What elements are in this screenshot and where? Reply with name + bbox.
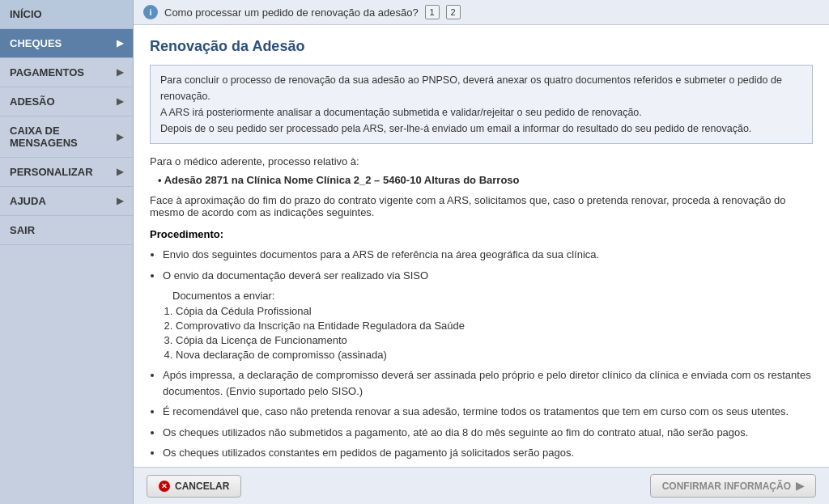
sidebar-arrow-cheques: ▶ bbox=[117, 38, 123, 49]
sidebar-item-label-inicio: INÍCIO bbox=[10, 8, 42, 20]
topbar: i Como processar um pedido de renovação … bbox=[134, 0, 829, 25]
sidebar-item-label-pagamentos: PAGAMENTOS bbox=[10, 66, 84, 78]
info-line-3: Depois de o seu pedido ser processado pe… bbox=[160, 121, 802, 137]
bullet-5: Os cheques utilizados não submetidos a p… bbox=[163, 425, 813, 441]
info-line-1: Para concluir o processo de renovação da… bbox=[160, 72, 802, 104]
cancel-button[interactable]: ✕ CANCELAR bbox=[147, 475, 241, 498]
cancel-label: CANCELAR bbox=[175, 481, 229, 492]
sidebar-item-label-personalizar: PERSONALIZAR bbox=[10, 166, 93, 178]
cancel-icon: ✕ bbox=[159, 481, 170, 492]
sidebar-item-label-ajuda: AJUDA bbox=[10, 195, 46, 207]
bullet-4: É recomendável que, caso não pretenda re… bbox=[163, 404, 813, 420]
page-2-btn[interactable]: 2 bbox=[446, 5, 461, 19]
sidebar-arrow-personalizar: ▶ bbox=[117, 167, 123, 177]
sidebar-item-label-sair: SAIR bbox=[10, 224, 35, 236]
main-list: Envio dos seguintes documentos para a AR… bbox=[163, 247, 813, 283]
topbar-question: Como processar um pedido de renovação da… bbox=[164, 6, 419, 19]
sidebar-item-cheques[interactable]: CHEQUES▶ bbox=[0, 29, 133, 58]
main-content: i Como processar um pedido de renovação … bbox=[134, 0, 829, 504]
extra-bullets: Após impressa, a declaração de compromis… bbox=[163, 367, 813, 461]
sidebar-item-sair[interactable]: SAIR bbox=[0, 216, 133, 245]
adesao-item: Adesão 2871 na Clínica Nome Clínica 2_2 … bbox=[150, 174, 813, 186]
bullet-3: Após impressa, a declaração de compromis… bbox=[163, 367, 813, 399]
procedure-title: Procedimento: bbox=[150, 228, 813, 240]
doc-item-2: Comprovativo da Inscrição na Entidade Re… bbox=[176, 320, 813, 332]
sidebar-item-label-adesao: ADESÃO bbox=[10, 95, 55, 108]
info-icon: i bbox=[143, 5, 158, 19]
sidebar-item-pagamentos[interactable]: PAGAMENTOS▶ bbox=[0, 58, 133, 87]
sidebar: INÍCIOCHEQUES▶PAGAMENTOS▶ADESÃO▶CAIXA DE… bbox=[0, 0, 134, 504]
page-1-btn[interactable]: 1 bbox=[425, 5, 440, 19]
sidebar-arrow-ajuda: ▶ bbox=[117, 196, 123, 206]
sidebar-arrow-pagamentos: ▶ bbox=[117, 67, 123, 78]
sidebar-item-adesao[interactable]: ADESÃO▶ bbox=[0, 87, 133, 116]
info-box: Para concluir o processo de renovação da… bbox=[150, 65, 813, 144]
info-line-2: A ARS irá posteriormente analisar a docu… bbox=[160, 104, 802, 121]
content-area: Renovação da Adesão Para concluir o proc… bbox=[134, 25, 829, 467]
docs-label: Documentos a enviar: bbox=[172, 290, 813, 302]
for-medico-text: Para o médico aderente, processo relativ… bbox=[150, 155, 813, 167]
doc-item-4: Nova declaração de compromisso (assinada… bbox=[176, 349, 813, 361]
doc-item-1: Cópia da Cédula Profissional bbox=[176, 305, 813, 317]
face-text: Face à aproximação do fim do prazo do co… bbox=[150, 194, 813, 218]
confirm-label: CONFIRMAR INFORMAÇÃO bbox=[662, 481, 791, 492]
bullet-6: Os cheques utilizados constantes em pedi… bbox=[163, 445, 813, 461]
sidebar-item-label-cheques: CHEQUES bbox=[10, 37, 62, 49]
sidebar-item-label-caixa-mensagens: CAIXA DE MENSAGENS bbox=[10, 125, 117, 149]
page-title: Renovação da Adesão bbox=[150, 38, 813, 55]
sidebar-arrow-caixa-mensagens: ▶ bbox=[117, 132, 123, 142]
sidebar-item-caixa-mensagens[interactable]: CAIXA DE MENSAGENS▶ bbox=[0, 116, 133, 158]
doc-item-3: Cópia da Licença de Funcionamento bbox=[176, 334, 813, 346]
bottombar: ✕ CANCELAR CONFIRMAR INFORMAÇÃO ▶ bbox=[134, 467, 829, 504]
sidebar-item-ajuda[interactable]: AJUDA▶ bbox=[0, 187, 133, 216]
confirm-button[interactable]: CONFIRMAR INFORMAÇÃO ▶ bbox=[650, 474, 816, 498]
docs-list: Cópia da Cédula ProfissionalComprovativo… bbox=[176, 305, 813, 361]
sidebar-item-personalizar[interactable]: PERSONALIZAR▶ bbox=[0, 158, 133, 187]
bullet-1: Envio dos seguintes documentos para a AR… bbox=[163, 247, 813, 263]
sidebar-item-inicio[interactable]: INÍCIO bbox=[0, 0, 133, 29]
sidebar-arrow-adesao: ▶ bbox=[117, 96, 123, 107]
confirm-arrow-icon: ▶ bbox=[796, 480, 804, 492]
bullet-2: O envio da documentação deverá ser reali… bbox=[163, 268, 813, 284]
